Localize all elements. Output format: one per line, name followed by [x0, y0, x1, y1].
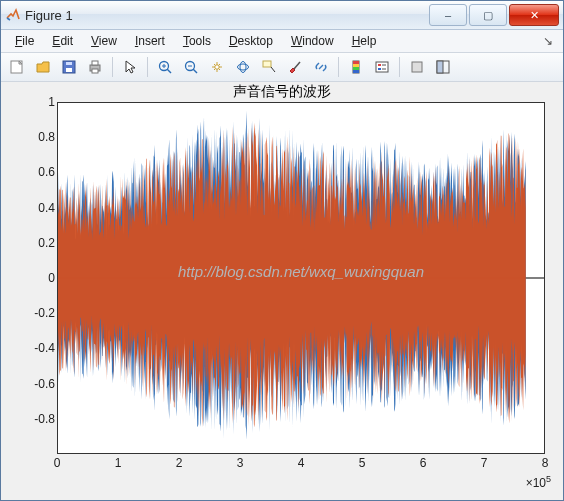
svg-point-16 [240, 62, 246, 73]
svg-rect-32 [437, 61, 443, 73]
svg-line-18 [271, 67, 275, 72]
y-tick: 0.4 [15, 201, 55, 215]
x-tick: 4 [298, 456, 305, 470]
menu-window[interactable]: Window [283, 32, 342, 50]
x-tick: 8 [542, 456, 549, 470]
rotate-button[interactable] [231, 56, 255, 78]
svg-line-12 [193, 69, 197, 73]
svg-rect-3 [66, 62, 72, 65]
y-tick: 0.8 [15, 130, 55, 144]
pan-button[interactable] [205, 56, 229, 78]
x-exponent-label: ×105 [526, 474, 551, 490]
close-button[interactable]: ✕ [509, 4, 559, 26]
window-buttons: – ▢ ✕ [429, 4, 559, 26]
svg-rect-6 [92, 69, 98, 73]
x-tick: 6 [420, 456, 427, 470]
svg-rect-26 [378, 64, 381, 66]
x-tick: 5 [359, 456, 366, 470]
x-tick: 3 [237, 456, 244, 470]
titlebar[interactable]: Figure 1 – ▢ ✕ [1, 1, 563, 30]
svg-rect-17 [263, 61, 271, 67]
toolbar [1, 53, 563, 82]
svg-point-14 [215, 65, 219, 69]
figure-window: Figure 1 – ▢ ✕ File Edit View Insert Too… [0, 0, 564, 501]
svg-rect-27 [378, 68, 381, 70]
hide-tools-button[interactable] [405, 56, 429, 78]
y-tick: 0.6 [15, 165, 55, 179]
zoom-out-button[interactable] [179, 56, 203, 78]
svg-line-19 [294, 62, 300, 69]
svg-point-15 [238, 64, 249, 70]
menu-edit[interactable]: Edit [44, 32, 81, 50]
data-cursor-button[interactable] [257, 56, 281, 78]
x-tick: 7 [481, 456, 488, 470]
y-tick: -0.6 [15, 377, 55, 391]
x-tick: 1 [115, 456, 122, 470]
y-tick: 0 [15, 271, 55, 285]
svg-rect-2 [66, 68, 72, 72]
toolbar-separator [147, 57, 148, 77]
menu-view[interactable]: View [83, 32, 125, 50]
matlab-icon [5, 7, 21, 23]
y-tick: -0.2 [15, 306, 55, 320]
minimize-button[interactable]: – [429, 4, 467, 26]
plot-title: 声音信号的波形 [233, 83, 331, 101]
new-figure-button[interactable] [5, 56, 29, 78]
menu-help[interactable]: Help [344, 32, 385, 50]
svg-rect-5 [92, 61, 98, 65]
svg-line-8 [167, 69, 171, 73]
svg-rect-24 [353, 70, 359, 73]
axes-area[interactable]: 声音信号的波形 http://blog.csdn.net/wxq_wuxingq… [1, 82, 563, 500]
y-tick: -0.4 [15, 341, 55, 355]
svg-rect-25 [376, 62, 388, 72]
svg-rect-21 [353, 61, 359, 64]
y-tick: 1 [15, 95, 55, 109]
toolbar-separator [112, 57, 113, 77]
insert-colorbar-button[interactable] [344, 56, 368, 78]
toolbar-separator [338, 57, 339, 77]
menu-desktop[interactable]: Desktop [221, 32, 281, 50]
y-tick: -0.8 [15, 412, 55, 426]
toolbar-separator [399, 57, 400, 77]
menubar: File Edit View Insert Tools Desktop Wind… [1, 30, 563, 53]
insert-legend-button[interactable] [370, 56, 394, 78]
brush-button[interactable] [283, 56, 307, 78]
pointer-button[interactable] [118, 56, 142, 78]
zoom-in-button[interactable] [153, 56, 177, 78]
x-tick: 2 [176, 456, 183, 470]
window-title: Figure 1 [25, 8, 429, 23]
waveform-plot [58, 103, 544, 453]
save-button[interactable] [57, 56, 81, 78]
menu-tools[interactable]: Tools [175, 32, 219, 50]
maximize-button[interactable]: ▢ [469, 4, 507, 26]
dock-button[interactable] [431, 56, 455, 78]
menu-overflow-icon[interactable]: ↘ [539, 34, 557, 48]
open-button[interactable] [31, 56, 55, 78]
print-button[interactable] [83, 56, 107, 78]
svg-rect-23 [353, 67, 359, 70]
svg-rect-30 [412, 62, 422, 72]
svg-rect-22 [353, 64, 359, 67]
link-button[interactable] [309, 56, 333, 78]
plot-frame: http://blog.csdn.net/wxq_wuxingquan [57, 102, 545, 454]
menu-insert[interactable]: Insert [127, 32, 173, 50]
x-tick: 0 [54, 456, 61, 470]
menu-file[interactable]: File [7, 32, 42, 50]
y-tick: 0.2 [15, 236, 55, 250]
